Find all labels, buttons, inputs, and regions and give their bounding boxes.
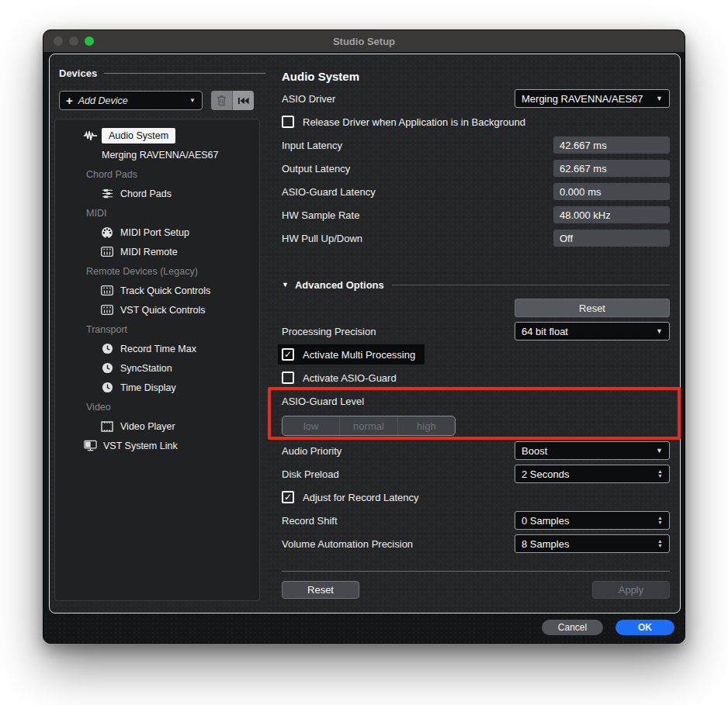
- disk-preload-stepper[interactable]: 2 Seconds ▲▼: [515, 465, 670, 483]
- film-icon: [100, 421, 114, 432]
- ok-button[interactable]: OK: [615, 620, 674, 635]
- processing-precision-select[interactable]: 64 bit float ▼: [515, 322, 670, 340]
- sidebar-item-label: Video Player: [120, 421, 175, 432]
- advanced-options-header[interactable]: ▼ Advanced Options: [282, 273, 670, 296]
- activate-asio-guard-row: Activate ASIO-Guard: [282, 366, 670, 389]
- sidebar-item-label: VST System Link: [103, 441, 178, 451]
- sidebar-category-transport: Transport: [55, 320, 259, 339]
- sidebar-item-vst-quick-controls[interactable]: VST Quick Controls: [55, 300, 259, 320]
- audio-priority-select[interactable]: Boost ▼: [515, 441, 670, 460]
- stepper-arrows-icon: ▲▼: [657, 539, 663, 548]
- sidebar-item-audio-system[interactable]: Audio System: [55, 126, 259, 145]
- disk-preload-row: Disk Preload 2 Seconds ▲▼: [282, 462, 670, 486]
- midi-din-icon: [100, 226, 114, 239]
- devices-header: Devices: [59, 65, 265, 81]
- adjust-record-latency-checkbox[interactable]: ✓: [282, 491, 294, 503]
- activate-asio-guard-checkbox[interactable]: [282, 372, 294, 384]
- devices-header-rule: [104, 73, 265, 74]
- cancel-button[interactable]: Cancel: [542, 620, 603, 635]
- processing-precision-row: Processing Precision 64 bit float ▼: [282, 320, 670, 343]
- sidebar-category-chord-pads: Chord Pads: [55, 164, 259, 184]
- waveform-icon: [83, 130, 97, 141]
- sidebar-item-vst-system-link[interactable]: VST System Link: [55, 436, 259, 455]
- settings-footer: Reset Apply: [282, 572, 670, 607]
- sidebar-item-merging-ravenna[interactable]: Merging RAVENNA/AES67: [55, 145, 259, 164]
- reset-devices-button[interactable]: [232, 91, 254, 110]
- sidebar-item-label: VST Quick Controls: [120, 305, 206, 316]
- sidebar-item-video-player[interactable]: Video Player: [55, 416, 259, 436]
- hw-pull-value: Off: [553, 230, 670, 247]
- audio-system-settings: Audio System ASIO Driver Merging RAVENNA…: [282, 70, 670, 607]
- activate-multi-processing-checkbox[interactable]: ✓: [282, 348, 294, 361]
- output-latency-row: Output Latency 62.667 ms: [282, 157, 670, 180]
- triangle-expanded-icon: ▼: [282, 281, 289, 289]
- sidebar-item-label: MIDI Port Setup: [120, 227, 189, 238]
- midi-keyboard-icon: [100, 247, 114, 257]
- record-shift-row: Record Shift 0 Samples ▲▼: [282, 509, 670, 532]
- asio-driver-row: ASIO Driver Merging RAVENNA/AES67 ▼: [282, 87, 670, 110]
- sidebar-item-label: Chord Pads: [120, 188, 172, 199]
- asio-guard-level-normal: normal: [339, 416, 397, 435]
- hw-pull-row: HW Pull Up/Down Off: [282, 226, 670, 250]
- asio-driver-label: ASIO Driver: [282, 93, 335, 105]
- adjust-record-latency-row: ✓ Adjust for Record Latency: [282, 486, 670, 509]
- input-latency-value: 42.667 ms: [553, 137, 670, 154]
- advanced-header-rule: [392, 285, 670, 285]
- asio-driver-select[interactable]: Merging RAVENNA/AES67 ▼: [515, 89, 670, 108]
- sidebar-item-syncstation[interactable]: SyncStation: [55, 358, 259, 378]
- activate-multi-processing-row: ✓ Activate Multi Processing: [282, 343, 670, 366]
- asio-guard-latency-row: ASIO-Guard Latency 0.000 ms: [282, 180, 670, 203]
- input-latency-row: Input Latency 42.667 ms: [282, 133, 670, 157]
- sidebar-category-midi: MIDI: [55, 203, 259, 223]
- reset-button[interactable]: Reset: [282, 581, 359, 599]
- page-title: Audio System: [282, 70, 670, 87]
- release-driver-checkbox[interactable]: [282, 116, 294, 128]
- sidebar-item-label: Merging RAVENNA/AES67: [102, 150, 219, 161]
- clock-icon: [100, 343, 114, 354]
- asio-guard-level-label: ASIO-Guard Level: [282, 396, 364, 407]
- chevron-down-icon: ▼: [656, 327, 663, 335]
- sidebar-item-label: SyncStation: [120, 363, 172, 374]
- chevron-down-icon: ▼: [189, 97, 196, 104]
- sidebar-item-label: Track Quick Controls: [120, 285, 210, 296]
- devices-sidebar: Devices + Add Device ▼: [59, 65, 265, 601]
- clock-icon: [100, 362, 114, 374]
- devices-header-label: Devices: [59, 67, 97, 79]
- rewind-icon: [237, 97, 249, 105]
- release-driver-row: Release Driver when Application is in Ba…: [282, 110, 670, 133]
- advanced-reset-button[interactable]: Reset: [515, 299, 670, 317]
- studio-setup-window: Studio Setup Devices + Add Device ▼: [43, 29, 685, 644]
- output-latency-value: 62.667 ms: [553, 160, 670, 177]
- hw-sample-rate-value: 48.000 kHz: [553, 206, 670, 223]
- audio-priority-row: Audio Priority Boost ▼: [282, 439, 670, 462]
- chevron-down-icon: ▼: [656, 447, 663, 454]
- asio-guard-latency-value: 0.000 ms: [553, 183, 670, 200]
- record-shift-stepper[interactable]: 0 Samples ▲▼: [515, 511, 670, 530]
- sidebar-item-track-quick-controls[interactable]: Track Quick Controls: [55, 281, 259, 300]
- remove-device-button[interactable]: [211, 91, 232, 110]
- asio-guard-level-section: ASIO-Guard Level low normal high: [282, 389, 670, 439]
- sidebar-item-chord-pads[interactable]: Chord Pads: [55, 184, 259, 203]
- sidebar-item-time-display[interactable]: Time Display: [55, 378, 259, 397]
- devices-tree: Audio System Merging RAVENNA/AES67 Chord…: [54, 119, 260, 601]
- chevron-down-icon: ▼: [656, 95, 663, 102]
- volume-automation-precision-stepper[interactable]: 8 Samples ▲▼: [515, 534, 670, 553]
- plus-icon: +: [66, 94, 73, 107]
- advanced-reset-row: Reset: [282, 296, 670, 320]
- device-toolbar: [211, 91, 254, 110]
- sidebar-category-remote-devices-legacy: Remote Devices (Legacy): [55, 261, 259, 281]
- apply-button: Apply: [592, 581, 670, 599]
- sidebar-item-midi-remote[interactable]: MIDI Remote: [55, 242, 259, 261]
- sidebar-item-label: Audio System: [102, 128, 175, 143]
- window-title: Studio Setup: [43, 36, 685, 47]
- sidebar-item-label: MIDI Remote: [120, 247, 178, 257]
- monitor-icon: [83, 440, 97, 451]
- title-bar: Studio Setup: [43, 30, 685, 52]
- content-panel: Devices + Add Device ▼: [49, 54, 681, 613]
- asio-guard-level-segmented-control: low normal high: [282, 416, 456, 436]
- sidebar-item-record-time-max[interactable]: Record Time Max: [55, 339, 259, 358]
- add-device-dropdown[interactable]: + Add Device ▼: [59, 91, 203, 110]
- midi-keyboard-icon: [100, 285, 114, 295]
- chord-pads-icon: [100, 188, 114, 199]
- sidebar-item-midi-port-setup[interactable]: MIDI Port Setup: [55, 223, 259, 242]
